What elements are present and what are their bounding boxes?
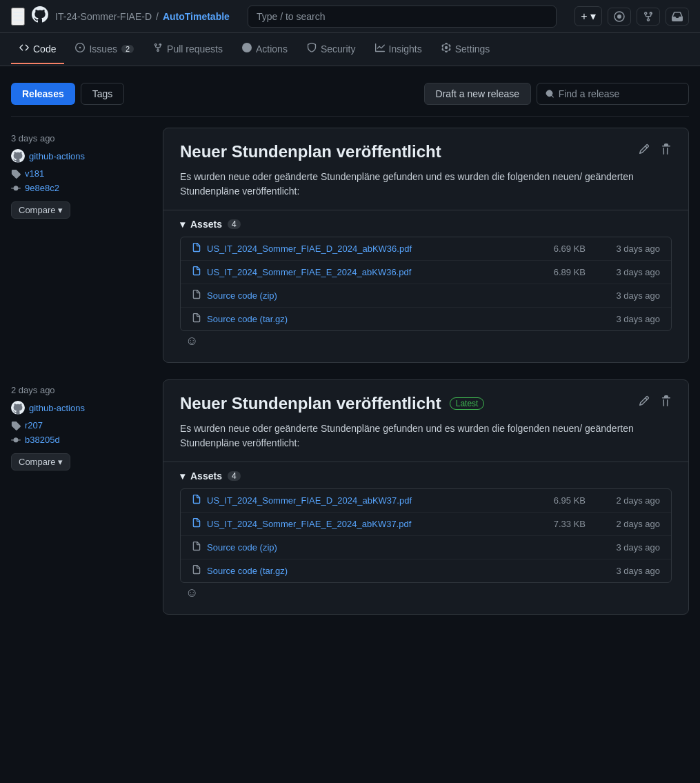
- code-icon: [19, 43, 29, 54]
- nav-actions[interactable]: Actions: [234, 34, 296, 64]
- assets-toggle-1[interactable]: ▾ Assets 4: [180, 219, 672, 230]
- hamburger-button[interactable]: ☰: [11, 8, 25, 26]
- nav-pulls[interactable]: Pull requests: [145, 34, 231, 64]
- release-description-2: Es wurden neue oder geänderte Stundenplä…: [180, 422, 672, 450]
- assets-count-1: 4: [228, 219, 241, 229]
- svg-point-1: [617, 14, 621, 19]
- compare-button-2[interactable]: Compare ▾: [11, 453, 70, 470]
- assets-count-2: 4: [228, 471, 241, 481]
- asset-size-1-0: 6.69 KB: [537, 244, 586, 254]
- assets-toggle-2[interactable]: ▾ Assets 4: [180, 470, 672, 482]
- actions-icon: [242, 43, 252, 54]
- avatar-2: [11, 401, 25, 415]
- search-input[interactable]: [248, 6, 557, 28]
- search-bar[interactable]: [248, 6, 557, 28]
- nav-security[interactable]: Security: [299, 34, 364, 64]
- emoji-react-button-2[interactable]: ☺: [180, 583, 203, 603]
- edit-release-button-1[interactable]: [636, 142, 652, 159]
- release-tag-1[interactable]: v181: [25, 168, 44, 179]
- release-item-1: 3 days ago github-actions v181 9e8e8c2 C…: [11, 128, 689, 363]
- release-time-1: 3 days ago: [11, 133, 163, 143]
- release-user-row-1: github-actions: [11, 149, 163, 163]
- asset-row-1-2: Source code (zip) 3 days ago: [181, 284, 671, 308]
- release-commit-2[interactable]: b38205d: [25, 435, 60, 445]
- asset-name-2-1[interactable]: US_IT_2024_Sommer_FIAE_E_2024_abKW37.pdf: [207, 519, 532, 529]
- commit-icon-1: [11, 184, 21, 193]
- release-tag-2[interactable]: r207: [25, 420, 43, 430]
- release-card-header-1: Neuer Stundenplan veröffentlicht Es wurd…: [163, 128, 688, 210]
- release-user-row-2: github-actions: [11, 401, 163, 415]
- copilot-button[interactable]: [608, 8, 631, 26]
- release-card-2: Neuer Stundenplan veröffentlicht Latest …: [163, 379, 689, 615]
- main-content: Releases Tags Draft a new release 3 days…: [0, 66, 700, 648]
- asset-row-1-1: US_IT_2024_Sommer_FIAE_E_2024_abKW36.pdf…: [181, 261, 671, 284]
- asset-time-2-1: 2 days ago: [591, 519, 660, 529]
- file-icon-1-0: [192, 243, 201, 255]
- delete-release-button-2[interactable]: [658, 394, 674, 410]
- release-card-header-2: Neuer Stundenplan veröffentlicht Latest …: [163, 380, 688, 462]
- asset-size-1-1: 6.89 KB: [537, 267, 586, 277]
- find-release-input[interactable]: [559, 88, 680, 99]
- asset-name-2-2[interactable]: Source code (zip): [207, 542, 532, 553]
- assets-label-2: Assets: [190, 470, 222, 482]
- asset-name-2-0[interactable]: US_IT_2024_Sommer_FIAE_D_2024_abKW37.pdf: [207, 495, 532, 506]
- nav-issues[interactable]: Issues 2: [67, 34, 142, 64]
- release-title-row-1: Neuer Stundenplan veröffentlicht: [180, 142, 672, 161]
- release-username-2[interactable]: github-actions: [29, 403, 85, 413]
- targz-icon-2-3: [192, 565, 201, 577]
- compare-label-2: Compare ▾: [19, 457, 63, 467]
- draft-release-button[interactable]: Draft a new release: [424, 83, 531, 105]
- asset-name-2-3[interactable]: Source code (tar.gz): [207, 566, 532, 576]
- issues-badge: 2: [121, 45, 134, 53]
- repo-name[interactable]: AutoTimetable: [163, 11, 230, 22]
- asset-name-1-2[interactable]: Source code (zip): [207, 290, 532, 301]
- emoji-react-button-1[interactable]: ☺: [180, 331, 203, 351]
- asset-row-2-2: Source code (zip) 3 days ago: [181, 536, 671, 559]
- release-commit-row-2: b38205d: [11, 435, 163, 445]
- asset-size-2-1: 7.33 KB: [537, 519, 586, 529]
- avatar-1: [11, 149, 25, 163]
- asset-name-1-0[interactable]: US_IT_2024_Sommer_FIAE_D_2024_abKW36.pdf: [207, 244, 532, 254]
- release-commit-row-1: 9e8e8c2: [11, 183, 163, 193]
- releases-header-right: Draft a new release: [424, 83, 689, 105]
- delete-release-button-1[interactable]: [658, 142, 674, 159]
- new-button[interactable]: + ▾: [574, 6, 602, 26]
- inbox-button[interactable]: [666, 8, 689, 26]
- org-name[interactable]: IT-24-Sommer-FIAE-D: [55, 11, 152, 22]
- search-icon: [546, 89, 554, 99]
- asset-name-1-1[interactable]: US_IT_2024_Sommer_FIAE_E_2024_abKW36.pdf: [207, 267, 532, 277]
- zip-icon-2-2: [192, 542, 201, 553]
- release-item-2: 2 days ago github-actions r207 b38205d C…: [11, 379, 689, 615]
- asset-list-1: US_IT_2024_Sommer_FIAE_D_2024_abKW36.pdf…: [180, 237, 672, 331]
- tags-tab-button[interactable]: Tags: [81, 83, 125, 105]
- file-icon-1-1: [192, 266, 201, 278]
- pulls-button[interactable]: [637, 8, 660, 26]
- triangle-icon-2: ▾: [180, 470, 185, 482]
- tag-icon-1: [11, 169, 21, 179]
- nav-settings[interactable]: Settings: [433, 34, 499, 64]
- breadcrumb-sep: /: [156, 11, 159, 22]
- edit-release-button-2[interactable]: [636, 394, 652, 410]
- nav-insights-label: Insights: [389, 43, 422, 54]
- release-title-2: Neuer Stundenplan veröffentlicht: [180, 394, 441, 413]
- asset-list-2: US_IT_2024_Sommer_FIAE_D_2024_abKW37.pdf…: [180, 488, 672, 583]
- asset-time-1-0: 3 days ago: [591, 244, 660, 254]
- release-card-1: Neuer Stundenplan veröffentlicht Es wurd…: [163, 128, 689, 363]
- compare-button-1[interactable]: Compare ▾: [11, 201, 70, 219]
- release-commit-1[interactable]: 9e8e8c2: [25, 183, 59, 193]
- asset-row-2-0: US_IT_2024_Sommer_FIAE_D_2024_abKW37.pdf…: [181, 489, 671, 513]
- security-icon: [307, 43, 317, 54]
- release-tag-row-1: v181: [11, 168, 163, 179]
- releases-tab-button[interactable]: Releases: [11, 83, 75, 105]
- asset-time-2-2: 3 days ago: [591, 542, 660, 553]
- asset-row-2-1: US_IT_2024_Sommer_FIAE_E_2024_abKW37.pdf…: [181, 513, 671, 536]
- release-username-1[interactable]: github-actions: [29, 151, 85, 161]
- nav-code[interactable]: Code: [11, 34, 64, 64]
- github-logo: [32, 6, 48, 26]
- topbar-actions: + ▾: [574, 6, 689, 26]
- latest-badge-2: Latest: [450, 397, 485, 410]
- find-release-search[interactable]: [537, 83, 689, 105]
- assets-section-1: ▾ Assets 4 US_IT_2024_Sommer_FIAE_D_2024…: [163, 210, 688, 362]
- nav-insights[interactable]: Insights: [367, 34, 430, 64]
- asset-name-1-3[interactable]: Source code (tar.gz): [207, 314, 532, 324]
